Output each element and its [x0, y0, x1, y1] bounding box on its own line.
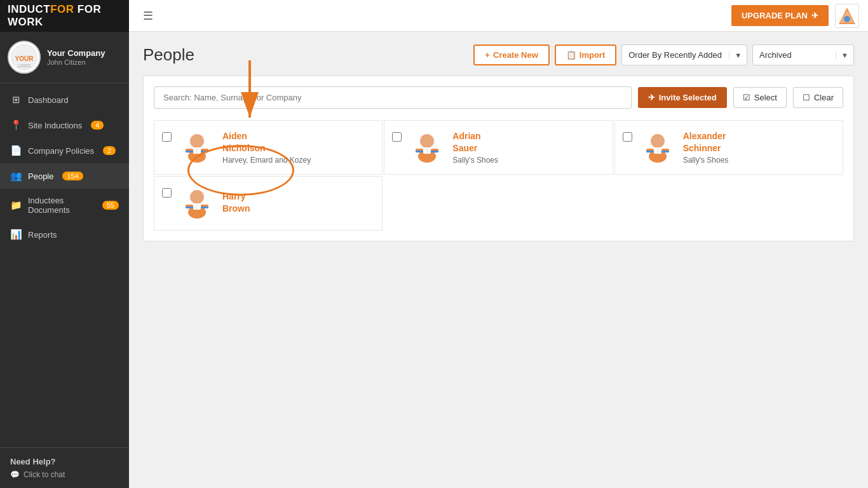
person-name-alexander: AlexanderSchinner: [683, 130, 835, 153]
hamburger-button[interactable]: ☰: [138, 6, 158, 25]
archived-select[interactable]: Archived Active All: [753, 45, 836, 65]
person-checkbox-aiden[interactable]: [162, 132, 172, 142]
people-badge: 154: [62, 172, 83, 180]
sidebar-item-reports[interactable]: 📊 Reports: [0, 222, 129, 247]
page-title: People: [143, 45, 194, 65]
company-logo-svg: YOUR LOGO: [10, 43, 38, 71]
import-icon: 📋: [566, 50, 576, 60]
import-label: Import: [580, 50, 605, 60]
company-profile[interactable]: YOUR LOGO Your Company John Citizen: [0, 32, 129, 83]
order-by-chevron-icon: ▼: [729, 51, 747, 59]
clear-checkbox-icon: ☐: [803, 93, 810, 102]
person-name-harry: HarryBrown: [222, 191, 374, 214]
svg-rect-37: [186, 207, 193, 208]
people-grid: AidenNicholson Harvey, Emard and Kozey: [154, 120, 843, 231]
sidebar-item-company-policies[interactable]: 📄 Company Policies 2: [0, 138, 129, 163]
person-info-adrian: AdrianSauer Sally's Shoes: [452, 130, 604, 164]
archived-select-wrapper[interactable]: Archived Active All ▼: [752, 44, 854, 65]
need-help-label: Need Help?: [10, 457, 119, 466]
inductees-documents-icon: 📁: [10, 200, 22, 211]
svg-rect-22: [431, 151, 438, 152]
person-company-adrian: Sally's Shoes: [452, 156, 604, 165]
svg-rect-38: [201, 207, 208, 208]
people-icon: 👥: [10, 170, 22, 182]
svg-point-31: [190, 190, 204, 204]
svg-point-15: [420, 134, 434, 148]
person-checkbox-alexander[interactable]: [623, 132, 632, 142]
sidebar-item-people-label: People: [28, 172, 53, 181]
sidebar-item-dashboard-label: Dashboard: [28, 95, 69, 105]
invite-icon: ✈: [648, 93, 655, 102]
svg-text:YOUR: YOUR: [15, 55, 34, 62]
sidebar-item-company-policies-label: Company Policies: [28, 146, 94, 156]
svg-rect-29: [646, 151, 654, 152]
person-info-alexander: AlexanderSchinner Sally's Shoes: [683, 130, 835, 164]
order-by-select-wrapper[interactable]: Order By Recently Added Order By Name Or…: [621, 44, 747, 65]
company-small-logo-svg: [837, 6, 857, 25]
chat-link[interactable]: 💬 Click to chat: [10, 470, 119, 479]
svg-point-23: [651, 134, 665, 148]
company-info: Your Company John Citizen: [47, 48, 105, 67]
page-content: People + Create New 📋 Import Order By Re…: [129, 32, 868, 488]
create-new-button[interactable]: + Create New: [473, 44, 549, 65]
person-name-adrian: AdrianSauer: [452, 130, 604, 153]
site-inductions-icon: 📍: [10, 119, 22, 131]
sidebar-item-people[interactable]: 👥 People 154: [0, 163, 129, 189]
sidebar-navigation: ⊞ Dashboard 📍 Site Inductions 4 📄 Compan…: [0, 83, 129, 447]
person-avatar-alexander: [640, 130, 675, 165]
content-panel: ✈ Invite Selected ☑ Select ☐ Clear: [143, 76, 854, 241]
person-card-adrian[interactable]: AdrianSauer Sally's Shoes: [384, 120, 613, 175]
chat-label: Click to chat: [24, 470, 65, 479]
inductees-documents-badge: 55: [102, 201, 119, 210]
person-card-alexander[interactable]: AlexanderSchinner Sally's Shoes: [614, 120, 843, 175]
app-logo-text: INDUCTFOR FOR WORK: [8, 3, 121, 29]
dashboard-icon: ⊞: [10, 94, 22, 105]
svg-rect-30: [661, 151, 669, 152]
create-new-label: Create New: [493, 50, 538, 60]
header-actions: + Create New 📋 Import Order By Recently …: [473, 44, 854, 65]
person-avatar-harry: [179, 186, 215, 221]
chat-icon: 💬: [10, 470, 20, 479]
company-policies-icon: 📄: [10, 145, 22, 156]
main-content: ☰ UPGRADE PLAN ✈ People + Create: [129, 0, 868, 488]
person-name-aiden: AidenNicholson: [222, 130, 374, 153]
svg-rect-21: [416, 151, 423, 152]
svg-point-7: [190, 134, 204, 148]
top-header: ☰ UPGRADE PLAN ✈: [129, 0, 868, 32]
sidebar-item-dashboard[interactable]: ⊞ Dashboard: [0, 87, 129, 112]
sidebar-item-reports-label: Reports: [28, 230, 57, 240]
person-checkbox-adrian[interactable]: [392, 132, 402, 142]
invite-selected-button[interactable]: ✈ Invite Selected: [638, 87, 727, 108]
select-button[interactable]: ☑ Select: [733, 87, 787, 108]
person-checkbox-harry[interactable]: [162, 188, 172, 198]
sidebar-item-site-inductions-label: Site Inductions: [28, 121, 82, 130]
search-input[interactable]: [154, 86, 632, 109]
clear-label: Clear: [814, 93, 834, 102]
invite-selected-label: Invite Selected: [659, 93, 717, 102]
order-by-select[interactable]: Order By Recently Added Order By Name Or…: [622, 45, 729, 65]
person-company-aiden: Harvey, Emard and Kozey: [222, 156, 374, 165]
sidebar-item-inductees-documents[interactable]: 📁 Inductees Documents 55: [0, 189, 129, 222]
person-avatar-adrian: [409, 130, 445, 165]
person-card-harry[interactable]: HarryBrown: [154, 176, 383, 231]
svg-text:LOGO: LOGO: [18, 64, 31, 68]
company-avatar: YOUR LOGO: [8, 41, 41, 74]
create-new-icon: +: [485, 50, 490, 60]
svg-point-5: [844, 16, 850, 22]
sidebar-item-site-inductions[interactable]: 📍 Site Inductions 4: [0, 112, 129, 138]
company-policies-badge: 2: [103, 146, 116, 155]
company-logo-small: [835, 4, 859, 28]
page-header-row: People + Create New 📋 Import Order By Re…: [143, 44, 854, 65]
clear-button[interactable]: ☐ Clear: [793, 87, 843, 108]
upgrade-plan-button[interactable]: UPGRADE PLAN ✈: [731, 5, 829, 26]
person-info-harry: HarryBrown: [222, 191, 374, 215]
person-card-aiden[interactable]: AidenNicholson Harvey, Emard and Kozey: [154, 120, 383, 175]
archived-chevron-icon: ▼: [836, 51, 853, 59]
person-info-aiden: AidenNicholson Harvey, Emard and Kozey: [222, 130, 374, 164]
svg-rect-14: [201, 151, 208, 152]
top-right-area: UPGRADE PLAN ✈: [731, 4, 859, 28]
search-action-row: ✈ Invite Selected ☑ Select ☐ Clear: [154, 86, 843, 109]
reports-icon: 📊: [10, 229, 22, 240]
import-button[interactable]: 📋 Import: [555, 44, 616, 65]
company-name-label: Your Company: [47, 48, 105, 59]
